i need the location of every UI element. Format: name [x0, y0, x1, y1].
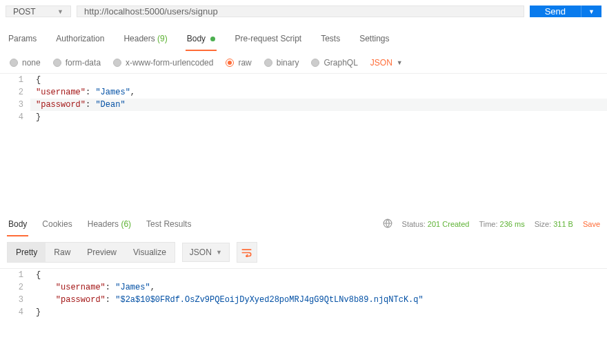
tab-prerequest[interactable]: Pre-request Script — [233, 27, 303, 50]
body-type-urlencoded[interactable]: x-www-form-urlencoded — [113, 58, 213, 68]
tab-body-label: Body — [187, 34, 206, 43]
response-tab-headers[interactable]: Headers (6) — [86, 212, 132, 236]
time-label: Time: 236 ms — [479, 220, 524, 228]
request-body-editor[interactable]: 1{2"username": "James",3"password": "Dea… — [0, 73, 607, 204]
response-meta: Status: 201 Created Time: 236 ms Size: 3… — [383, 219, 600, 230]
response-format-select[interactable]: JSON ▼ — [182, 243, 230, 262]
tab-body[interactable]: Body — [186, 27, 217, 50]
view-visualize-button[interactable]: Visualize — [125, 243, 175, 262]
body-type-none[interactable]: none — [10, 58, 41, 68]
http-method-select[interactable]: POST ▼ — [6, 6, 71, 17]
chevron-down-icon: ▼ — [216, 249, 222, 256]
save-response-button[interactable]: Save — [583, 220, 600, 228]
response-tab-test-results[interactable]: Test Results — [145, 212, 192, 236]
send-options-button[interactable]: ▼ — [581, 6, 601, 17]
body-type-graphql[interactable]: GraphQL — [311, 58, 357, 68]
tab-headers[interactable]: Headers (9) — [122, 27, 168, 50]
status-label: Status: 201 Created — [402, 220, 470, 228]
view-pretty-button[interactable]: Pretty — [8, 243, 46, 262]
size-label: Size: 311 B — [535, 220, 573, 228]
url-input[interactable] — [77, 6, 524, 17]
request-tabs: Params Authorization Headers (9) Body Pr… — [0, 27, 607, 51]
body-type-binary[interactable]: binary — [264, 58, 299, 68]
view-preview-button[interactable]: Preview — [79, 243, 125, 262]
send-button[interactable]: Send — [530, 6, 581, 17]
tab-tests[interactable]: Tests — [319, 27, 341, 50]
body-type-row: none form-data x-www-form-urlencoded raw… — [0, 51, 607, 73]
tab-params[interactable]: Params — [7, 27, 38, 50]
body-type-form-data[interactable]: form-data — [53, 58, 101, 68]
response-body-editor[interactable]: 1{2 "username": "James",3 "password": "$… — [0, 268, 607, 318]
body-format-value: JSON — [370, 58, 392, 68]
wrap-lines-button[interactable] — [237, 242, 257, 263]
response-view-group: Pretty Raw Preview Visualize — [7, 242, 175, 263]
chevron-down-icon: ▼ — [57, 8, 63, 15]
tab-headers-count: (9) — [157, 34, 168, 43]
response-toolbar: Pretty Raw Preview Visualize JSON ▼ — [0, 236, 607, 268]
http-method-value: POST — [13, 7, 36, 17]
globe-icon[interactable] — [383, 219, 392, 230]
modified-dot-icon — [210, 37, 215, 41]
view-raw-button[interactable]: Raw — [46, 243, 79, 262]
response-tabs: Body Cookies Headers (6) Test Results — [7, 212, 192, 236]
response-header: Body Cookies Headers (6) Test Results St… — [0, 212, 607, 236]
body-format-select[interactable]: JSON ▼ — [370, 58, 403, 68]
chevron-down-icon: ▼ — [588, 8, 595, 15]
tab-headers-label: Headers — [123, 34, 155, 43]
response-tab-cookies[interactable]: Cookies — [41, 212, 73, 236]
request-bar: POST ▼ Send ▼ — [0, 0, 607, 23]
tab-authorization[interactable]: Authorization — [54, 27, 106, 50]
tab-settings[interactable]: Settings — [358, 27, 390, 50]
response-tab-body[interactable]: Body — [7, 212, 28, 236]
chevron-down-icon: ▼ — [397, 59, 403, 66]
send-button-group: Send ▼ — [530, 6, 601, 17]
body-type-raw[interactable]: raw — [226, 58, 251, 68]
